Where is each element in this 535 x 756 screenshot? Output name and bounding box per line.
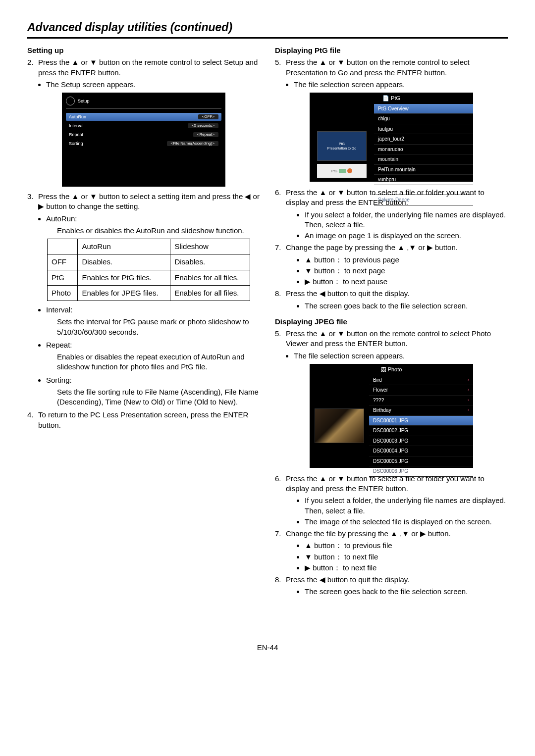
ptg-step-6: 6. Press the ▲ or ▼ button to select a f… — [275, 188, 508, 208]
jpeg-step7-b3: ▶ button： to next file — [305, 563, 508, 573]
ptg-item: fuutjpu — [374, 124, 473, 135]
ptg-step6-b1: If you select a folder, the underlying f… — [305, 210, 508, 230]
photo-item: ????› — [369, 396, 473, 406]
repeat-desc: Enables or disables the repeat execution… — [27, 352, 260, 372]
gear-icon — [66, 97, 75, 105]
right-column: Displaying PtG file 5. Press the ▲ or ▼ … — [275, 46, 508, 598]
setup-title: Setup — [78, 98, 90, 104]
ptg-step-7: 7. Change the page by pressing the ▲ ,▼ … — [275, 243, 508, 252]
ptg-item: japen_tour2 — [374, 134, 473, 145]
ptg-item: PtG Overview — [374, 104, 473, 114]
page-title: Advanced display utilities (continued) — [27, 20, 508, 35]
ptg-step8-b1: The screen goes back to the file selecti… — [305, 301, 508, 311]
jpeg-step6-b2: The image of the selected file is displa… — [305, 517, 508, 527]
interval-desc: Sets the interval for PtG pause mark or … — [27, 317, 260, 337]
setting-up-heading: Setting up — [27, 46, 260, 55]
sorting-desc: Sets the file sorting rule to File Name … — [27, 387, 260, 407]
ptg-item: PeiTun-mountain — [374, 165, 473, 175]
photo-item: DSC00002.JPG — [369, 426, 473, 436]
displaying-ptg-heading: Displaying PtG file — [275, 46, 508, 55]
step-3: 3. Press the ▲ or ▼ button to select a s… — [27, 192, 260, 212]
jpeg-step-5: 5. Press the ▲ or ▼ button on the remote… — [275, 329, 508, 349]
jpeg-step6-b1: If you select a folder, the underlying f… — [305, 496, 508, 516]
setup-row-interval: Interval <5 seconds> — [66, 122, 221, 130]
setup-row-autorun: AutoRun <OFF> — [66, 113, 221, 121]
photo-screenshot: 🖼 Photo Bird› Flower› ????› Birthday› DS… — [310, 364, 473, 468]
autorun-label: AutoRun: — [46, 214, 260, 224]
ptg-step-8: 8. Press the ◀ button to quit the displa… — [275, 289, 508, 299]
title-rule — [27, 37, 508, 39]
step2-bullet: The Setup screen appears. — [46, 80, 260, 90]
photo-item: DSC00004.JPG — [369, 446, 473, 456]
setup-screenshot: Setup AutoRun <OFF> Interval <5 seconds>… — [62, 93, 225, 187]
photo-item: DSC00005.JPG — [369, 456, 473, 467]
jpeg-step7-b2: ▼ button： to next file — [305, 552, 508, 562]
ptg-slide-thumb: PtG — [317, 164, 367, 178]
ptg-step7-b2: ▼ button： to next page — [305, 266, 508, 276]
repeat-label: Repeat: — [46, 340, 260, 350]
autorun-desc: Enables or disables the AutoRun and slid… — [27, 226, 260, 236]
ptg-step5-bullet: The file selection screen appears. — [294, 80, 508, 90]
ptg-step-5: 5. Press the ▲ or ▼ button on the remote… — [275, 57, 508, 78]
ptg-step7-b1: ▲ button： to previous page — [305, 255, 508, 265]
interval-label: Interval: — [46, 305, 260, 315]
jpeg-step8-b1: The screen goes back to the file selecti… — [305, 587, 508, 597]
photo-item: Bird› — [369, 375, 473, 386]
ptg-item: mountain — [374, 154, 473, 165]
jpeg-step7-b1: ▲ button： to previous file — [305, 541, 508, 551]
jpeg-step-7: 7. Change the file by pressing the ▲ ,▼ … — [275, 529, 508, 539]
page-number: EN-44 — [27, 643, 508, 653]
ptg-step7-b3: ▶ button： to next pause — [305, 277, 508, 287]
jpeg-step5-b1: The file selection screen appears. — [294, 351, 508, 361]
photo-preview-thumb — [315, 408, 364, 443]
ptg-screenshot: 📄 PtG PtG Presentation to Go PtG PtG Ove… — [310, 93, 473, 182]
photo-item: DSC00003.JPG — [369, 436, 473, 447]
setup-row-repeat: Repeat <Repeat> — [66, 131, 221, 139]
left-column: Setting up 2. Press the ▲ or ▼ button on… — [27, 46, 260, 598]
photo-item: DSC00001.JPG — [369, 416, 473, 426]
jpeg-step-8: 8. Press the ◀ button to quit the displa… — [275, 575, 508, 585]
ptg-item: monarudao — [374, 145, 473, 155]
step-2: 2. Press the ▲ or ▼ button on the remote… — [27, 57, 260, 78]
sorting-label: Sorting: — [46, 375, 260, 385]
displaying-jpeg-heading: Displaying JPEG file — [275, 317, 508, 327]
ptg-item: chigu — [374, 114, 473, 124]
photo-item: Flower› — [369, 385, 473, 396]
photo-item: Birthday› — [369, 405, 473, 416]
setup-row-sorting: Sorting <File Name(Ascending)> — [66, 140, 221, 148]
ptg-step6-b2: An image on page 1 is displayed on the s… — [305, 231, 508, 241]
ptg-slide-preview: PtG Presentation to Go — [317, 131, 367, 161]
autorun-table: AutoRun Slideshow OFF Disables. Disables… — [47, 239, 250, 301]
ptg-item: vunbpru — [374, 175, 473, 185]
step-4: 4. To return to the PC Less Presentation… — [27, 410, 260, 430]
jpeg-step-6: 6. Press the ▲ or ▼ button to select a f… — [275, 474, 508, 494]
